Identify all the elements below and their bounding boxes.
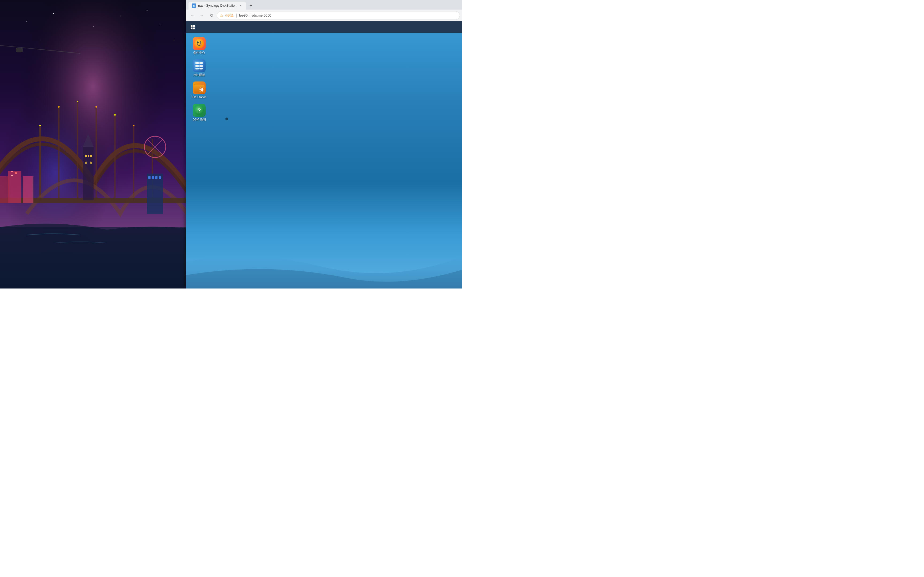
address-bar[interactable]: ⚠ 不安全 | lee90.myds.me:5000 [217,11,460,20]
svg-point-10 [173,40,174,40]
control-panel-icon [193,59,205,72]
svg-rect-26 [8,171,21,203]
package-center-label: 套件中心 [193,51,205,55]
browser-window: n nas - Synology DiskStation × + ← → ↻ ⚠… [186,0,462,288]
svg-rect-41 [149,176,150,179]
dsm-apps-button[interactable] [188,23,197,32]
svg-rect-64 [199,68,203,69]
svg-text:?: ? [197,107,201,114]
tab-favicon: n [192,3,196,8]
back-icon: ← [190,13,194,18]
svg-rect-62 [199,65,203,67]
svg-rect-36 [15,172,17,174]
svg-point-52 [197,41,199,44]
back-button[interactable]: ← [188,11,197,20]
navigation-bar: ← → ↻ ⚠ 不安全 | lee90.myds.me:5000 [186,10,462,21]
svg-point-4 [53,13,54,14]
svg-point-29 [39,125,41,126]
dsm-bottom-decoration [186,235,462,288]
svg-point-30 [58,106,60,108]
svg-point-6 [120,16,121,16]
desktop-icon-dsm-help[interactable]: ? DSM 说明 [190,103,208,122]
reload-button[interactable]: ↻ [207,11,216,20]
svg-rect-22 [88,155,89,157]
file-station-icon [193,82,205,94]
desktop-icons-area: 套件中心 [190,36,208,122]
svg-rect-28 [0,176,10,203]
svg-rect-40 [147,174,163,214]
file-station-label: File Station [192,95,207,99]
svg-point-31 [77,101,78,102]
svg-rect-38 [16,48,23,52]
package-center-icon [193,37,205,50]
svg-point-54 [198,42,199,43]
svg-point-7 [160,24,161,24]
address-text: lee90.myds.me:5000 [239,13,456,18]
tab-close-button[interactable]: × [239,3,243,8]
tab-title: nas - Synology DiskStation [198,4,236,8]
reload-icon: ↻ [210,13,213,18]
svg-point-33 [114,114,116,116]
new-tab-button[interactable]: + [247,2,255,9]
tab-bar: n nas - Synology DiskStation × + [186,0,462,10]
svg-rect-24 [85,162,87,164]
svg-point-55 [200,42,201,43]
security-warning-icon: ⚠ [220,14,223,18]
security-text: 不安全 [225,13,234,18]
svg-rect-35 [11,171,13,172]
control-panel-label: 控制面板 [193,73,205,77]
svg-point-56 [196,44,197,45]
wallpaper [0,0,186,288]
dsm-help-icon: ? [193,104,205,117]
svg-point-70 [201,89,202,89]
forward-button[interactable]: → [197,11,206,20]
svg-rect-21 [85,155,87,157]
svg-rect-23 [90,155,92,157]
svg-point-5 [93,26,94,27]
forward-icon: → [200,13,204,18]
svg-point-53 [200,41,201,44]
svg-rect-37 [11,175,13,176]
svg-rect-25 [90,162,92,164]
separator: | [236,13,237,18]
svg-rect-42 [152,176,154,179]
browser-tab-active[interactable]: n nas - Synology DiskStation × [189,2,246,10]
svg-rect-43 [155,176,157,179]
svg-point-34 [133,125,134,126]
dsm-desktop: 套件中心 [186,21,462,288]
desktop-icon-file-station[interactable]: File Station [190,81,208,100]
svg-rect-63 [195,68,199,69]
svg-rect-61 [195,65,199,67]
svg-point-51 [194,39,204,48]
svg-point-57 [201,44,202,45]
browser-chrome: n nas - Synology DiskStation × + ← → ↻ ⚠… [186,0,462,21]
desktop-icon-control-panel[interactable]: 控制面板 [190,58,208,78]
dsm-help-label: DSM 说明 [192,118,206,121]
dsm-taskbar [186,21,462,33]
svg-point-3 [26,21,27,22]
desktop-icon-package-center[interactable]: 套件中心 [190,36,208,56]
svg-rect-27 [23,176,34,203]
svg-point-9 [40,40,40,40]
apps-grid-icon [191,25,195,29]
mouse-cursor [225,118,228,120]
svg-point-32 [95,106,97,108]
svg-point-8 [147,10,148,11]
svg-rect-44 [159,176,161,179]
